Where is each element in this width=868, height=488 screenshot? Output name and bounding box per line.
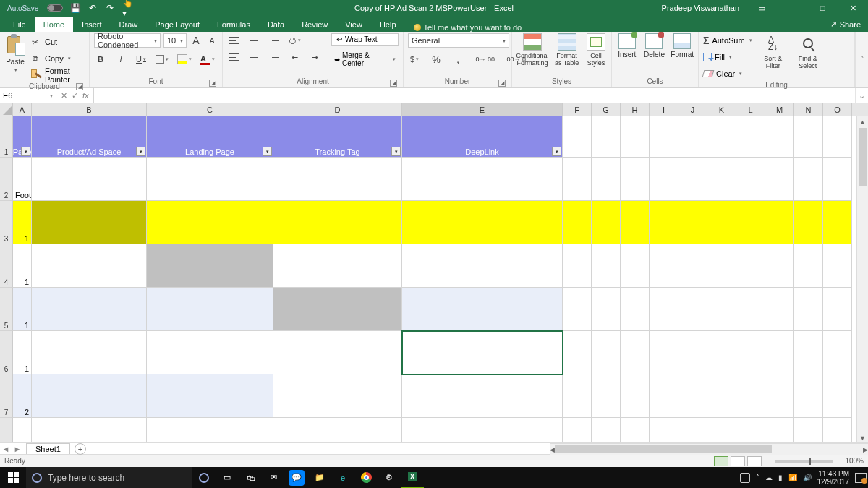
cell-O7[interactable]: [823, 374, 852, 418]
touch-mode-icon[interactable]: 👆▾: [122, 3, 132, 13]
scroll-right-icon[interactable]: ▶: [863, 444, 868, 455]
cell-K4[interactable]: [707, 244, 736, 288]
cell-N1[interactable]: [794, 116, 823, 158]
cell-D3[interactable]: [273, 201, 402, 244]
horizontal-scrollbar[interactable]: ◀ ▶: [550, 443, 868, 455]
cell-M3[interactable]: [765, 201, 794, 244]
zoom-in-button[interactable]: +: [839, 457, 843, 465]
cell-M7[interactable]: [765, 374, 794, 418]
chrome-icon[interactable]: [354, 467, 378, 488]
cell-B6[interactable]: [32, 331, 147, 374]
cell-C7[interactable]: [147, 374, 273, 418]
autosum-button[interactable]: ΣAutoSum▾: [703, 33, 752, 48]
cell-G7[interactable]: [592, 374, 621, 418]
row-header-3[interactable]: 3: [0, 201, 13, 244]
cell-H5[interactable]: [621, 288, 650, 331]
filter-button-C[interactable]: ▾: [263, 147, 272, 156]
cell-A1[interactable]: Page▾: [13, 116, 32, 158]
tab-file[interactable]: File: [4, 17, 35, 32]
row-header-7[interactable]: 7: [0, 374, 13, 418]
filter-button-A[interactable]: ▾: [21, 147, 30, 156]
clear-button[interactable]: Clear▾: [703, 67, 752, 81]
cell-L4[interactable]: [736, 244, 765, 288]
cell-K5[interactable]: [707, 288, 736, 331]
cell-M1[interactable]: [765, 116, 794, 158]
col-header-B[interactable]: B: [32, 103, 147, 116]
cell-H7[interactable]: [621, 374, 650, 418]
comma-format-icon[interactable]: ,: [451, 53, 464, 66]
cell-O4[interactable]: [823, 244, 852, 288]
col-header-N[interactable]: N: [794, 103, 823, 116]
autosave-toggle[interactable]: [47, 4, 63, 12]
share-button[interactable]: ↗ Share: [823, 17, 868, 32]
file-explorer-icon[interactable]: 📁: [308, 467, 331, 488]
fill-color-button[interactable]: ▾: [176, 53, 192, 66]
align-top-icon[interactable]: [227, 34, 240, 47]
cell-N6[interactable]: [794, 331, 823, 374]
cell-G6[interactable]: [592, 331, 621, 374]
vertical-scrollbar[interactable]: ▲ ▼: [856, 116, 868, 444]
find-select-button[interactable]: Find & Select: [794, 33, 822, 69]
align-right-icon[interactable]: [268, 51, 281, 64]
cell-J5[interactable]: [678, 288, 707, 331]
cell-H4[interactable]: [621, 244, 650, 288]
cell-I5[interactable]: [650, 288, 678, 331]
store-icon[interactable]: 🛍: [239, 467, 262, 488]
percent-format-icon[interactable]: %: [430, 53, 443, 66]
cell-F7[interactable]: [563, 374, 592, 418]
page-break-view-icon[interactable]: [747, 456, 762, 466]
col-header-O[interactable]: O: [823, 103, 852, 116]
number-format-combo[interactable]: General▾: [408, 33, 509, 48]
fill-button[interactable]: Fill▾: [703, 50, 752, 64]
paste-button[interactable]: Paste ▾: [4, 33, 26, 73]
onedrive-icon[interactable]: ☁: [765, 474, 773, 481]
cell-I6[interactable]: [650, 331, 678, 374]
cell-A6[interactable]: 1: [13, 331, 32, 374]
cell-J6[interactable]: [678, 331, 707, 374]
save-icon[interactable]: 💾: [70, 3, 80, 13]
ribbon-display-icon[interactable]: ▭: [749, 0, 774, 16]
cell-G4[interactable]: [592, 244, 621, 288]
cell-E6[interactable]: [402, 331, 563, 374]
increase-font-icon[interactable]: A: [190, 34, 203, 47]
cell-H1[interactable]: [621, 116, 650, 158]
settings-icon[interactable]: ⚙: [378, 467, 401, 488]
battery-icon[interactable]: ▮: [778, 474, 783, 481]
decrease-font-icon[interactable]: A: [205, 34, 218, 47]
col-header-E[interactable]: E: [402, 103, 563, 116]
zoom-level[interactable]: 100%: [845, 457, 864, 465]
cell-K1[interactable]: [707, 116, 736, 158]
cell-E7[interactable]: [402, 374, 563, 418]
cell-D2[interactable]: [273, 158, 402, 201]
align-center-icon[interactable]: [247, 51, 260, 64]
fx-icon[interactable]: fx: [82, 91, 89, 100]
cell-N3[interactable]: [794, 201, 823, 244]
cell-M2[interactable]: [765, 158, 794, 201]
cell-O6[interactable]: [823, 331, 852, 374]
zoom-slider[interactable]: [775, 460, 833, 463]
cell-B3[interactable]: [32, 201, 147, 244]
align-left-icon[interactable]: [227, 51, 240, 64]
cortana-button[interactable]: [192, 467, 216, 488]
cell-L2[interactable]: [736, 158, 765, 201]
orientation-icon[interactable]: ⭯▾: [288, 34, 302, 47]
col-header-M[interactable]: M: [765, 103, 794, 116]
cell-B4[interactable]: [32, 244, 147, 288]
messenger-icon[interactable]: 💬: [289, 470, 305, 486]
format-as-table-button[interactable]: Format as Table: [554, 33, 579, 67]
cell-N7[interactable]: [794, 374, 823, 418]
row-header-4[interactable]: 4: [0, 244, 13, 288]
cell-E2[interactable]: [402, 158, 563, 201]
row-header-6[interactable]: 6: [0, 331, 13, 374]
cell-B7[interactable]: [32, 374, 147, 418]
cell-C2[interactable]: [147, 158, 273, 201]
cell-M5[interactable]: [765, 288, 794, 331]
font-size-combo[interactable]: 10▾: [163, 33, 187, 48]
cell-J2[interactable]: [678, 158, 707, 201]
volume-icon[interactable]: 🔊: [803, 474, 812, 481]
scroll-thumb-h[interactable]: [555, 445, 772, 453]
enter-formula-icon[interactable]: ✓: [72, 91, 78, 100]
cell-N5[interactable]: [794, 288, 823, 331]
cell-D5[interactable]: [273, 288, 402, 331]
merge-center-button[interactable]: ⬌Merge & Center▾: [331, 50, 399, 69]
